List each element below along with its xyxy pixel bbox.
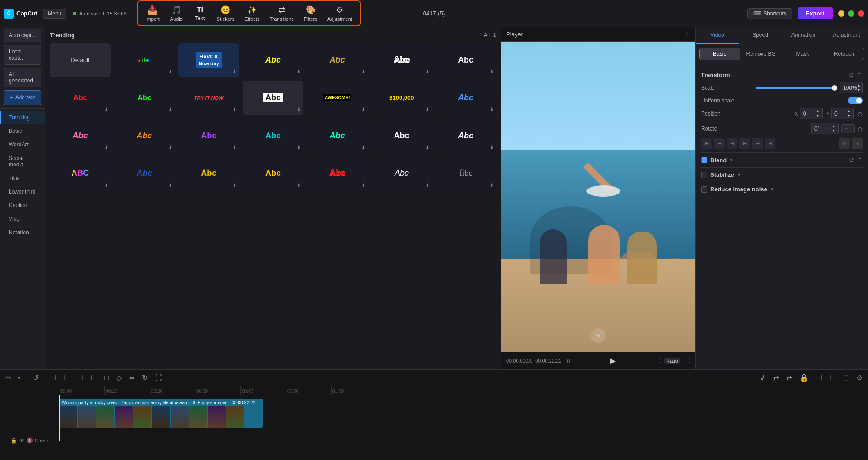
template-abc-yellow-bold[interactable]: Abc ⬇	[243, 156, 303, 190]
arrow-dropdown[interactable]: ▼	[15, 374, 23, 381]
blend-reset-icon[interactable]: ↺	[849, 156, 854, 164]
template-abc-yellow[interactable]: Abc ⬇	[243, 43, 303, 77]
template-abc-black[interactable]: Abc ⬇	[243, 81, 303, 115]
template-abc-blue-italic[interactable]: Abc ⬇	[435, 81, 496, 115]
nav-vlog[interactable]: Vlog	[0, 212, 45, 226]
fit-view-btn[interactable]: ⊟	[841, 373, 851, 383]
grid-view-icon[interactable]: ⊞	[565, 357, 571, 364]
template-abc-outline-white[interactable]: Abc ⬇	[435, 43, 496, 77]
trim-left-btn[interactable]: ⊣	[75, 373, 85, 383]
template-abc-blue-solid[interactable]: Abc ⬇	[114, 156, 175, 190]
template-abc-plain[interactable]: Abc ⬇	[371, 43, 432, 77]
mic-btn[interactable]: 🎙	[757, 373, 768, 383]
rotate-btn[interactable]: ↻	[140, 373, 150, 383]
nav-wordart[interactable]: WordArt	[0, 138, 45, 151]
unlink-btn[interactable]: ⇄	[785, 373, 794, 383]
clip-btn[interactable]: ◇	[114, 373, 123, 383]
settings-btn[interactable]: ⚙	[854, 373, 864, 383]
toolbar-adjustment[interactable]: ⚙ Adjustment	[323, 3, 357, 24]
export-button[interactable]: Export	[798, 7, 833, 19]
expand-icon[interactable]: ⛶	[683, 357, 690, 364]
blend-collapse-icon[interactable]: ⌃	[857, 156, 863, 164]
rotate-reset-icon[interactable]: ◇	[858, 125, 863, 132]
fullscreen-icon[interactable]: ⛶	[654, 357, 661, 364]
play-button[interactable]: ▶	[610, 356, 616, 366]
nav-caption[interactable]: Caption	[0, 199, 45, 212]
player-menu-icon[interactable]: ⋮	[684, 31, 690, 38]
video-track[interactable]: Woman party at rocky coast. Happy woman …	[59, 399, 263, 428]
position-x-input[interactable]: 0 ▲▼	[800, 108, 823, 119]
template-abc-white-bold[interactable]: Abc ⬇	[371, 118, 432, 152]
template-abc-multicolor[interactable]: ABC ⬇	[50, 156, 111, 190]
template-abc-cyan[interactable]: Abc ⬇	[307, 118, 368, 152]
mirror-btn[interactable]: ⇔	[127, 373, 137, 383]
template-abc-pink[interactable]: Abc ⬇	[50, 118, 111, 152]
template-awesome[interactable]: AWESOME! ⬇	[307, 81, 368, 115]
rotate-input[interactable]: 0° ▲▼	[811, 123, 839, 134]
all-button[interactable]: All ⇅	[484, 32, 496, 39]
nav-lower-third[interactable]: Lower third	[0, 185, 45, 199]
align-bottom[interactable]: ⊞	[765, 138, 775, 149]
template-abc-white2[interactable]: Abc ⬇	[435, 118, 496, 152]
toolbar-text[interactable]: TI Text	[189, 4, 211, 23]
toolbar-import[interactable]: 📥 Import	[141, 3, 164, 24]
template-abc-white-italic[interactable]: Abc ⬇	[371, 156, 432, 190]
tab-animation[interactable]: Animation	[782, 27, 825, 44]
subtab-mask[interactable]: Mask	[783, 48, 823, 60]
align-left[interactable]: ⊞	[701, 138, 712, 149]
scale-value[interactable]: 100% ▲▼	[840, 82, 863, 93]
trim-right-btn[interactable]: ⊢	[89, 373, 99, 383]
lock-track-icon[interactable]: 🔒	[10, 437, 17, 444]
subtab-retouch[interactable]: Retouch	[824, 48, 864, 60]
template-abc-red[interactable]: Abc ⬇	[50, 81, 111, 115]
template-abc-italic-gold[interactable]: Abc ⬇	[307, 43, 368, 77]
eye-track-icon[interactable]: 👁	[19, 437, 24, 444]
reduce-noise-checkbox[interactable]	[701, 186, 707, 193]
tab-speed[interactable]: Speed	[739, 27, 782, 44]
crop-btn[interactable]: □	[102, 373, 111, 383]
align-right[interactable]: ⊞	[727, 138, 737, 149]
split-tool[interactable]: ✂	[4, 373, 13, 383]
lock-btn[interactable]: 🔒	[798, 373, 810, 383]
nav-notation[interactable]: Notation	[0, 226, 45, 239]
toolbar-filters[interactable]: 🎨 Filters	[299, 3, 322, 24]
template-abc-teal[interactable]: Abc ⬇	[243, 118, 303, 152]
shortcuts-button[interactable]: ⌨ Shortcuts	[747, 8, 792, 19]
template-default[interactable]: Default	[50, 43, 111, 77]
add-text-button[interactable]: ＋ Add text	[4, 90, 41, 105]
template-video[interactable]: video ⬇	[114, 43, 175, 77]
position-y-input[interactable]: 0 ▲▼	[831, 108, 854, 119]
tab-adjustment[interactable]: Adjustment	[825, 27, 868, 44]
template-abc-purple[interactable]: Abc ⬇	[178, 118, 239, 152]
timeline-cursor[interactable]	[59, 395, 60, 441]
split-all-btn[interactable]: ⊢	[62, 373, 72, 383]
ai-generated-button[interactable]: AI generated	[4, 68, 41, 87]
delete-btn[interactable]: ⊣	[814, 373, 824, 383]
toolbar-transitions[interactable]: ⇄ Transitions	[265, 3, 298, 24]
nav-basic[interactable]: Basic	[0, 124, 45, 138]
template-dollar[interactable]: $100,000 ⬇	[371, 81, 432, 115]
uniform-scale-toggle[interactable]	[848, 97, 863, 104]
subtab-remove-bg[interactable]: Remove BG	[741, 48, 781, 60]
align-center-v[interactable]: ⊟	[752, 138, 763, 149]
stabilize-checkbox[interactable]	[701, 172, 707, 178]
template-abc-red-outline[interactable]: Abc ⬇	[307, 156, 368, 190]
mute-track-icon[interactable]: 🔇	[26, 437, 33, 444]
subtab-basic[interactable]: Basic	[700, 48, 740, 60]
close-button[interactable]	[858, 10, 864, 17]
maximize-button[interactable]	[848, 10, 854, 17]
minimize-button[interactable]	[838, 10, 844, 17]
position-reset-icon[interactable]: ◇	[858, 110, 863, 117]
toolbar-stickers[interactable]: 😊 Stickers	[212, 3, 239, 24]
template-abc-gold[interactable]: Abc ⬇	[178, 156, 239, 190]
undo-btn[interactable]: ↺	[31, 373, 40, 383]
toolbar-audio[interactable]: 🎵 Audio	[165, 3, 188, 24]
scale-slider[interactable]	[756, 87, 837, 89]
nav-social-media[interactable]: Social media	[0, 151, 45, 171]
blend-checkbox[interactable]	[701, 157, 707, 163]
scale-thumb[interactable]	[832, 85, 837, 91]
template-try-it-now[interactable]: TRY IT NOW ⬇	[178, 81, 239, 115]
template-fibc-serif[interactable]: fibc ⬇	[435, 156, 496, 190]
align-center-h[interactable]: ⊟	[714, 138, 725, 149]
collapse-icon[interactable]: ⌃	[857, 71, 863, 78]
